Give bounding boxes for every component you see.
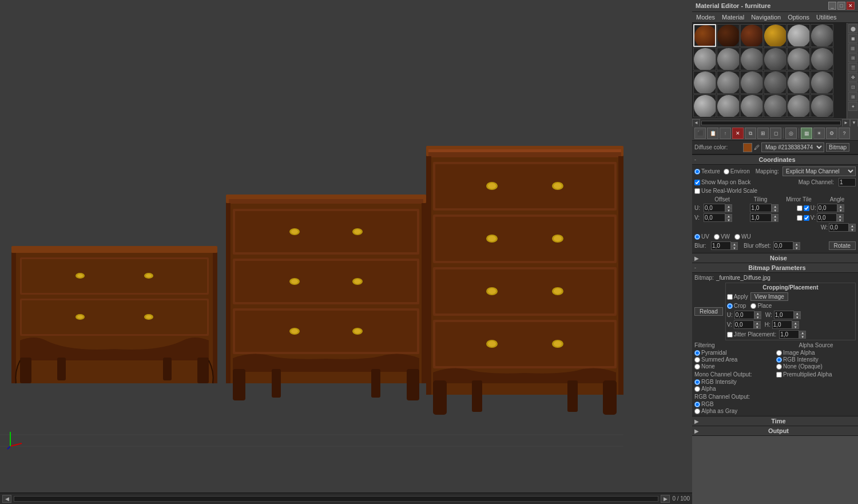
sphere-19[interactable] [693, 94, 716, 117]
sphere-17[interactable] [787, 71, 810, 94]
pyramidal-radio[interactable] [694, 350, 700, 356]
v-tiling-input[interactable] [750, 213, 772, 222]
v-mirror-check[interactable] [797, 215, 803, 221]
side-icon-9[interactable]: ✦ [848, 102, 857, 111]
crop-v-down[interactable]: ▼ [754, 325, 761, 329]
color-swatch[interactable] [743, 143, 752, 152]
blur-offset-up[interactable]: ▲ [793, 242, 800, 246]
image-alpha-label[interactable]: Image Alpha [776, 350, 856, 356]
side-icon-6[interactable]: ✤ [848, 73, 857, 82]
uv-radio[interactable] [694, 234, 700, 240]
noise-section-header[interactable]: ▶ Noise [692, 253, 858, 263]
u-angle-down[interactable]: ▼ [837, 208, 844, 212]
crop-u-down[interactable]: ▼ [754, 315, 761, 319]
real-world-check[interactable] [694, 188, 700, 194]
blur-down[interactable]: ▼ [731, 246, 738, 250]
crop-w-input[interactable] [774, 311, 794, 319]
view-image-btn[interactable]: View Image [750, 292, 788, 301]
side-icon-3[interactable]: ▦ [848, 43, 857, 53]
u-angle-input[interactable] [817, 204, 837, 212]
side-icon-5[interactable]: ☰ [848, 63, 857, 72]
place-radio[interactable] [750, 303, 756, 309]
texture-radio[interactable] [694, 169, 700, 174]
viewport[interactable]: [+] [Perspective] [Shaded] Polys: 192 34… [0, 0, 692, 504]
blur-input[interactable] [711, 241, 731, 250]
u-offset-down[interactable]: ▼ [725, 208, 732, 212]
sphere-14[interactable] [717, 71, 740, 94]
menu-utilities[interactable]: Utilities [815, 13, 838, 21]
w-angle-input[interactable] [829, 223, 849, 232]
show-map-back-check[interactable] [694, 180, 700, 185]
crop-radio-label[interactable]: Crop [727, 303, 746, 309]
crop-u-up[interactable]: ▲ [754, 311, 761, 315]
none-filtering-label[interactable]: None [694, 363, 774, 370]
time-section-header[interactable]: ▶ Time [692, 416, 858, 426]
jitter-check[interactable] [727, 332, 733, 338]
real-world-label[interactable]: Use Real-World Scale [694, 188, 757, 194]
sphere-1[interactable] [693, 24, 716, 47]
sphere-4[interactable] [764, 24, 786, 47]
apply-check-label[interactable]: Apply [727, 293, 748, 300]
prev-frame-btn[interactable]: ◀ [2, 495, 11, 503]
u-tiling-down[interactable]: ▼ [772, 208, 778, 212]
tb-options[interactable]: ⚙ [826, 128, 837, 139]
none-opaque-radio[interactable] [776, 364, 782, 370]
tb-camera[interactable]: ◎ [785, 128, 797, 139]
crop-v-input[interactable] [734, 320, 754, 329]
next-frame-btn[interactable]: ▶ [661, 495, 670, 503]
image-alpha-radio[interactable] [776, 350, 782, 356]
coordinates-section-header[interactable]: - Coordinates [692, 154, 858, 165]
sphere-23[interactable] [787, 94, 810, 117]
v-tile-check[interactable] [804, 215, 809, 221]
menu-material[interactable]: Material [720, 13, 746, 21]
side-icon-8[interactable]: ⊞ [848, 92, 857, 101]
sphere-3[interactable] [740, 24, 763, 47]
u-tiling-input[interactable] [750, 204, 772, 212]
eyedropper-icon[interactable]: 🖉 [754, 144, 760, 150]
show-map-back-label[interactable]: Show Map on Back [694, 179, 750, 185]
u-offset-input[interactable] [704, 204, 725, 212]
menu-navigation[interactable]: Navigation [749, 13, 782, 21]
sphere-8[interactable] [717, 47, 740, 70]
u-angle-up[interactable]: ▲ [837, 204, 844, 208]
vw-radio[interactable] [714, 234, 720, 240]
sphere-15[interactable] [740, 71, 763, 94]
sphere-7[interactable] [693, 47, 716, 70]
summed-area-label[interactable]: Summed Area [694, 356, 774, 363]
w-angle-down[interactable]: ▼ [849, 228, 856, 232]
crop-h-down[interactable]: ▼ [792, 325, 799, 329]
rgb-radio[interactable] [694, 402, 700, 407]
sphere-11[interactable] [787, 47, 810, 70]
crop-w-up[interactable]: ▲ [794, 311, 801, 315]
alpha-gray-label[interactable]: Alpha as Gray [694, 408, 774, 414]
environ-radio[interactable] [724, 169, 729, 174]
summed-area-radio[interactable] [694, 357, 700, 363]
u-offset-up[interactable]: ▲ [725, 204, 732, 208]
blur-offset-input[interactable] [773, 241, 793, 250]
tb-backlight[interactable]: ☀ [813, 128, 825, 139]
tb-instance[interactable]: ⊞ [757, 128, 769, 139]
bitmap-type-btn[interactable]: Bitmap [826, 143, 849, 152]
rotate-btn[interactable]: Rotate [829, 241, 856, 250]
side-icon-7[interactable]: ⊡ [848, 82, 857, 92]
texture-radio-label[interactable]: Texture [694, 168, 720, 174]
sphere-5[interactable] [787, 24, 810, 47]
none-opaque-label[interactable]: None (Opaque) [776, 363, 856, 370]
premultiplied-check[interactable] [776, 372, 782, 378]
none-filtering-radio[interactable] [694, 364, 700, 370]
apply-check[interactable] [727, 294, 733, 300]
vw-radio-label[interactable]: VW [714, 233, 730, 240]
pyramidal-label[interactable]: Pyramidal [694, 350, 774, 356]
sphere-scrollbar[interactable] [701, 121, 841, 125]
reload-btn[interactable]: Reload [694, 307, 723, 316]
tb-pick-material[interactable]: ⬛ [694, 128, 706, 139]
v-tiling-down[interactable]: ▼ [772, 218, 778, 222]
wu-radio[interactable] [734, 234, 740, 240]
sphere-22[interactable] [764, 94, 786, 117]
v-angle-up[interactable]: ▲ [837, 214, 844, 218]
close-btn[interactable]: ✕ [847, 2, 855, 10]
place-radio-label[interactable]: Place [750, 303, 772, 309]
sphere-12[interactable] [811, 47, 833, 70]
bitmap-params-header[interactable]: - Bitmap Parameters [692, 263, 858, 273]
mapping-dropdown[interactable]: Explicit Map Channel [782, 166, 856, 176]
